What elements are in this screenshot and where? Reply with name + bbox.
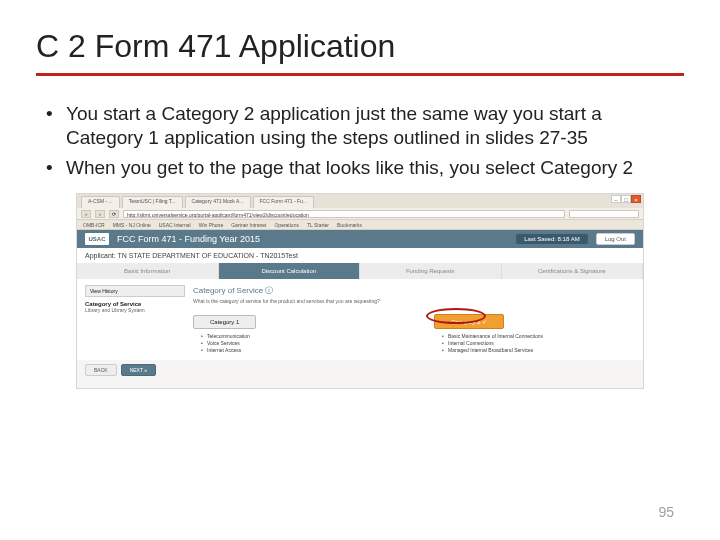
bookmark-bar: OMB-ICR MMS - NJ Online USAC Internal Wi… [77,220,643,230]
bookmark-item[interactable]: TL Starter [307,222,329,228]
page-number: 95 [658,504,674,520]
panel-subtext: What is the category of service for the … [193,298,635,304]
panel-title: Category of Service ⓘ [193,285,635,296]
footer-buttons: BACK NEXT » [77,360,643,380]
bookmark-item[interactable]: MMS - NJ Online [113,222,151,228]
browser-tab[interactable]: FCC Form 471 - Fu... [253,196,315,208]
applicant-label: Applicant: TN STATE DEPARTMENT OF EDUCAT… [77,248,643,263]
sidebar-subheading: Library and Library System [85,307,185,313]
list-item: Voice Services [201,340,394,347]
browser-tab-strip: A-CSM - ... TeamUSC | Filing T... Catego… [77,194,643,208]
browser-tab[interactable]: A-CSM - ... [81,196,120,208]
bookmark-item[interactable]: USAC Internal [159,222,191,228]
bullet-item: You start a Category 2 application just … [46,102,684,150]
category-2-list: Basic Maintenance of Internal Connection… [434,333,635,354]
address-bar: ‹ › ⟳ http://sltrnt.universalservice.org… [77,208,643,220]
bookmark-item[interactable]: Win Phone [199,222,223,228]
bookmark-item[interactable]: Gartner Intranet [231,222,266,228]
slide: C 2 Form 471 Application You start a Cat… [0,0,720,540]
next-button[interactable]: NEXT » [121,364,156,376]
maximize-icon[interactable]: □ [621,195,631,203]
forward-icon[interactable]: › [95,210,105,218]
url-field[interactable]: http://sltrnt.universalservice.org/porta… [123,210,565,218]
category-2-column: Category 2 ✓ Basic Maintenance of Intern… [434,310,635,354]
bookmark-item[interactable]: OMB-ICR [83,222,105,228]
back-button[interactable]: BACK [85,364,117,376]
view-history-button[interactable]: View History [85,285,185,297]
bullet-list: You start a Category 2 application just … [36,102,684,179]
category-1-button[interactable]: Category 1 [193,315,256,329]
wizard-step[interactable]: Certifications & Signature [502,263,644,279]
category-row: Category 1 Telecommunication Voice Servi… [193,310,635,354]
reload-icon[interactable]: ⟳ [109,210,119,218]
window-controls: – □ × [611,195,641,203]
content-area: View History Category of Service Library… [77,279,643,360]
list-item: Internal Connections [442,340,635,347]
list-item: Basic Maintenance of Internal Connection… [442,333,635,340]
wizard-steps: Basic Information Discount Calculation F… [77,263,643,279]
title-underline [36,73,684,76]
last-saved-badge: Last Saved: 8:18 AM [516,234,587,244]
logout-button[interactable]: Log Out [596,233,635,245]
bookmark-item[interactable]: Bookmarks [337,222,362,228]
wizard-step[interactable]: Funding Requests [360,263,502,279]
form-title: FCC Form 471 - Funding Year 2015 [117,234,508,244]
bookmark-item[interactable]: Operations [274,222,298,228]
slide-title: C 2 Form 471 Application [36,28,684,71]
browser-tab[interactable]: Category 471 Mock A... [185,196,251,208]
close-icon[interactable]: × [631,195,641,203]
list-item: Telecommunication [201,333,394,340]
search-field[interactable] [569,210,639,218]
main-panel: Category of Service ⓘ What is the catego… [193,285,635,354]
browser-tab[interactable]: TeamUSC | Filing T... [122,196,183,208]
back-icon[interactable]: ‹ [81,210,91,218]
category-1-list: Telecommunication Voice Services Interne… [193,333,394,354]
list-item: Managed Internal Broadband Services [442,347,635,354]
embedded-screenshot: A-CSM - ... TeamUSC | Filing T... Catego… [76,193,644,389]
sidebar: View History Category of Service Library… [85,285,185,354]
page-header: USAC FCC Form 471 - Funding Year 2015 La… [77,230,643,248]
bullet-item: When you get to the page that looks like… [46,156,684,180]
list-item: Internet Access [201,347,394,354]
minimize-icon[interactable]: – [611,195,621,203]
wizard-step-active[interactable]: Discount Calculation [219,263,361,279]
wizard-step[interactable]: Basic Information [77,263,219,279]
usac-logo: USAC [85,233,109,245]
category-1-column: Category 1 Telecommunication Voice Servi… [193,310,394,354]
